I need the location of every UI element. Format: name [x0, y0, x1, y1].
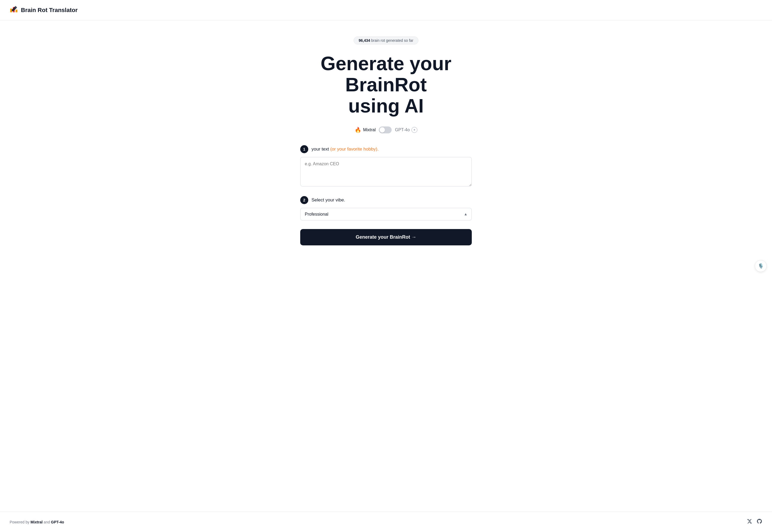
logo-text: Brain Rot Translator: [21, 7, 77, 14]
step-2-number: 2: [300, 196, 308, 204]
generate-button-label: Generate your BrainRot →: [356, 234, 416, 240]
mixtral-text: Mixtral: [363, 128, 375, 132]
gpt-label: GPT-4o ✦: [395, 127, 417, 133]
step-1: 1 your text (or your favorite hobby).: [300, 145, 472, 188]
twitter-icon[interactable]: [747, 519, 752, 525]
hero-title: Generate your BrainRot using AI: [292, 53, 480, 117]
svg-rect-2: [16, 10, 17, 12]
generate-button[interactable]: Generate your BrainRot →: [300, 229, 472, 245]
mixtral-label: 🔥 Mixtral: [354, 127, 375, 133]
step-1-hint: (or your favorite hobby).: [330, 147, 378, 152]
vibe-select[interactable]: ProfessionalCasualGen ZAcademicSarcastic: [300, 208, 472, 220]
footer-mixtral-link[interactable]: Mixtral: [31, 520, 43, 524]
step-1-label: 1 your text (or your favorite hobby).: [300, 145, 472, 153]
text-input[interactable]: [300, 157, 472, 186]
step-2: 2 Select your vibe. ProfessionalCasualGe…: [300, 196, 472, 220]
vibe-select-wrapper: ProfessionalCasualGen ZAcademicSarcastic…: [300, 208, 472, 220]
logo: Brain Rot Translator: [10, 5, 77, 15]
app-footer: Powered by Mixtral and GPT-4o: [0, 512, 772, 532]
gpt-text: GPT-4o: [395, 128, 410, 132]
footer-gpt-link[interactable]: GPT-4o: [51, 520, 64, 524]
step-2-label: 2 Select your vibe.: [300, 196, 472, 204]
step-1-text: your text (or your favorite hobby).: [311, 147, 378, 152]
github-icon[interactable]: [756, 518, 762, 526]
footer-text: Powered by Mixtral and GPT-4o: [10, 520, 64, 524]
floating-mic-button[interactable]: 🎙️: [755, 260, 767, 272]
footer-social-icons: [747, 518, 762, 526]
main-form: 1 your text (or your favorite hobby). 2 …: [300, 145, 472, 245]
model-toggle-area: 🔥 Mixtral GPT-4o ✦: [354, 126, 417, 133]
app-header: Brain Rot Translator: [0, 0, 772, 20]
main-content: 96,434 brain rot generated so far Genera…: [0, 20, 772, 512]
stats-badge: 96,434 brain rot generated so far: [353, 36, 419, 44]
mixtral-emoji: 🔥: [354, 127, 361, 133]
stats-count: 96,434: [359, 38, 370, 43]
logo-icon: [10, 5, 18, 15]
svg-rect-0: [10, 9, 12, 12]
step-2-text: Select your vibe.: [311, 197, 345, 203]
model-toggle-switch[interactable]: [379, 126, 392, 133]
mic-icon: 🎙️: [758, 263, 764, 269]
toggle-track: [379, 126, 392, 133]
gpt-icon: ✦: [412, 127, 418, 133]
step-1-number: 1: [300, 145, 308, 153]
stats-suffix: brain rot generated so far: [371, 38, 413, 43]
toggle-thumb: [379, 127, 385, 133]
